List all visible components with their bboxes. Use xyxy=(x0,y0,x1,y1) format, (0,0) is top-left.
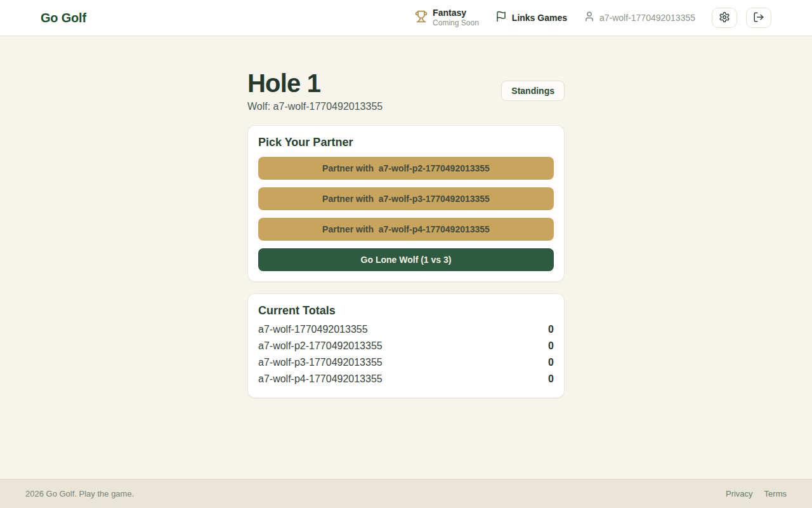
nav-item-links-games[interactable]: Links Games xyxy=(495,11,567,25)
terms-link[interactable]: Terms xyxy=(764,489,787,498)
totals-row: a7-wolf-p3-1770492013355 0 xyxy=(258,354,554,371)
totals-player-score: 0 xyxy=(548,340,554,352)
trophy-icon xyxy=(415,10,428,25)
title-row: Hole 1 Wolf: a7-wolf-1770492013355 Stand… xyxy=(247,69,565,112)
totals-row: a7-wolf-p2-1770492013355 0 xyxy=(258,338,554,354)
totals-player-name: a7-wolf-1770492013355 xyxy=(258,324,368,335)
header-right: Fantasy Coming Soon Links Games xyxy=(415,8,771,28)
brand-logo[interactable]: Go Golf xyxy=(41,11,86,25)
current-totals-card: Current Totals a7-wolf-1770492013355 0 a… xyxy=(247,293,565,398)
app-header: Go Golf Fantasy Coming Soon xyxy=(0,0,812,36)
main-content: Hole 1 Wolf: a7-wolf-1770492013355 Stand… xyxy=(0,36,812,479)
username-label: a7-wolf-1770492013355 xyxy=(599,13,695,23)
privacy-link[interactable]: Privacy xyxy=(726,489,753,498)
nav-item-fantasy[interactable]: Fantasy Coming Soon xyxy=(415,8,479,27)
logout-icon xyxy=(753,11,764,25)
nav-fantasy-label: Fantasy xyxy=(433,8,479,18)
wolf-subtitle: Wolf: a7-wolf-1770492013355 xyxy=(247,101,383,112)
nav-fantasy-sublabel: Coming Soon xyxy=(433,18,479,27)
nav-links-games-label: Links Games xyxy=(512,13,567,23)
app-footer: 2026 Go Golf. Play the game. Privacy Ter… xyxy=(0,479,812,508)
pick-partner-title: Pick Your Partner xyxy=(258,136,554,149)
footer-copyright: 2026 Go Golf. Play the game. xyxy=(25,489,134,498)
user-icon xyxy=(584,11,595,25)
logout-button[interactable] xyxy=(746,8,771,28)
totals-player-name: a7-wolf-p2-1770492013355 xyxy=(258,340,383,352)
totals-row: a7-wolf-1770492013355 0 xyxy=(258,321,554,338)
current-totals-title: Current Totals xyxy=(258,304,554,318)
totals-player-score: 0 xyxy=(548,357,554,368)
settings-button[interactable] xyxy=(712,8,737,28)
partner-button-p4[interactable]: Partner with a7-wolf-p4-1770492013355 xyxy=(258,218,554,241)
partner-button-p3[interactable]: Partner with a7-wolf-p3-1770492013355 xyxy=(258,187,554,210)
pick-partner-card: Pick Your Partner Partner with a7-wolf-p… xyxy=(247,125,565,282)
gear-icon xyxy=(719,11,730,25)
flag-icon xyxy=(495,11,507,25)
totals-player-score: 0 xyxy=(548,373,554,385)
header-inner: Go Golf Fantasy Coming Soon xyxy=(41,0,771,36)
totals-player-name: a7-wolf-p4-1770492013355 xyxy=(258,373,383,385)
totals-row: a7-wolf-p4-1770492013355 0 xyxy=(258,371,554,387)
totals-player-name: a7-wolf-p3-1770492013355 xyxy=(258,357,383,368)
totals-list: a7-wolf-1770492013355 0 a7-wolf-p2-17704… xyxy=(258,321,554,387)
lone-wolf-button[interactable]: Go Lone Wolf (1 vs 3) xyxy=(258,248,554,271)
partner-button-p2[interactable]: Partner with a7-wolf-p2-1770492013355 xyxy=(258,157,554,180)
footer-links: Privacy Terms xyxy=(726,489,787,498)
user-chip: a7-wolf-1770492013355 xyxy=(584,11,695,25)
page-title: Hole 1 xyxy=(247,69,383,97)
standings-button[interactable]: Standings xyxy=(501,81,565,101)
totals-player-score: 0 xyxy=(548,324,554,335)
